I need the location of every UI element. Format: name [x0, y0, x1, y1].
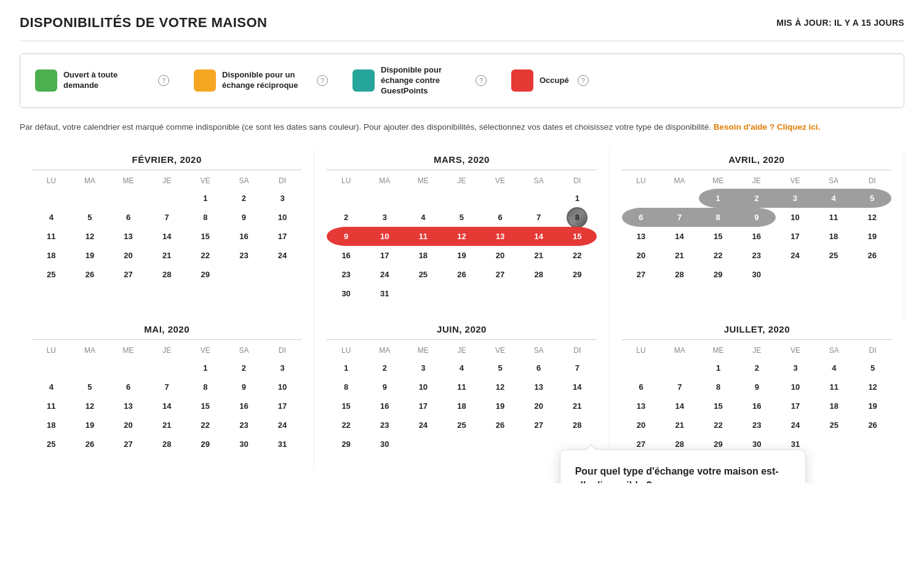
legend-help-icon[interactable]: ? [317, 75, 328, 86]
day-cell[interactable]: 7 [148, 208, 186, 227]
day-cell[interactable]: 9 [225, 208, 263, 227]
day-cell[interactable]: 6 [622, 377, 661, 397]
day-cell[interactable]: 11 [814, 377, 853, 397]
day-cell[interactable]: 19 [853, 227, 891, 246]
day-cell[interactable]: 11 [404, 227, 443, 246]
day-cell[interactable]: 2 [225, 358, 263, 377]
day-cell[interactable]: 3 [776, 358, 815, 377]
day-cell[interactable]: 3 [776, 189, 814, 208]
day-cell[interactable]: 9 [738, 208, 776, 227]
day-cell[interactable]: 20 [519, 397, 558, 416]
day-cell[interactable]: 19 [481, 397, 520, 416]
day-cell[interactable]: 5 [71, 377, 110, 397]
day-cell[interactable]: 3 [404, 358, 443, 377]
day-cell[interactable]: 9 [225, 377, 263, 397]
day-cell[interactable]: 4 [32, 377, 71, 397]
day-cell[interactable]: 22 [186, 246, 225, 265]
day-cell[interactable]: 27 [481, 265, 520, 284]
day-cell[interactable]: 24 [263, 416, 302, 435]
day-cell[interactable]: 25 [32, 265, 71, 284]
day-cell[interactable]: 11 [32, 227, 71, 246]
day-cell[interactable]: 31 [365, 284, 404, 303]
day-cell[interactable]: 26 [71, 265, 110, 284]
day-cell[interactable]: 8 [699, 377, 738, 397]
day-cell[interactable]: 17 [776, 397, 815, 416]
help-link[interactable]: Besoin d'aide ? Cliquez ici. [714, 122, 821, 132]
day-cell[interactable]: 15 [699, 227, 738, 246]
day-cell[interactable]: 15 [186, 397, 225, 416]
day-cell[interactable]: 17 [263, 397, 302, 416]
day-cell[interactable]: 8 [327, 377, 365, 397]
day-cell[interactable]: 12 [442, 227, 481, 246]
day-cell[interactable]: 7 [519, 208, 558, 227]
day-cell[interactable]: 5 [853, 189, 891, 208]
day-cell[interactable]: 22 [186, 416, 225, 435]
legend-help-icon[interactable]: ? [158, 75, 169, 86]
day-cell[interactable]: 16 [365, 397, 404, 416]
day-cell[interactable]: 23 [365, 416, 404, 435]
day-cell[interactable]: 23 [327, 265, 365, 284]
day-cell[interactable]: 15 [327, 397, 365, 416]
day-cell[interactable]: 23 [738, 246, 776, 265]
day-cell[interactable]: 21 [148, 416, 186, 435]
day-cell[interactable]: 27 [622, 265, 661, 284]
day-cell[interactable]: 19 [71, 246, 110, 265]
day-cell[interactable]: 21 [660, 246, 699, 265]
day-cell[interactable]: 19 [71, 416, 110, 435]
day-cell[interactable]: 18 [404, 246, 443, 265]
day-cell[interactable]: 23 [738, 416, 776, 435]
day-cell[interactable]: 23 [225, 416, 263, 435]
day-cell[interactable]: 2 [327, 208, 365, 227]
day-cell[interactable]: 11 [814, 208, 853, 227]
day-cell[interactable]: 25 [404, 265, 443, 284]
day-cell[interactable]: 16 [327, 246, 365, 265]
day-cell[interactable]: 30 [225, 435, 263, 454]
day-cell[interactable]: 31 [263, 435, 302, 454]
day-cell[interactable]: 26 [442, 265, 481, 284]
day-cell[interactable]: 12 [853, 377, 892, 397]
day-cell[interactable]: 22 [699, 246, 738, 265]
day-cell[interactable]: 26 [853, 416, 892, 435]
day-cell[interactable]: 11 [32, 397, 71, 416]
day-cell[interactable]: 12 [853, 208, 891, 227]
day-cell[interactable]: 24 [776, 416, 815, 435]
day-cell[interactable]: 27 [109, 435, 148, 454]
day-cell[interactable]: 10 [263, 208, 302, 227]
day-cell[interactable]: 24 [365, 265, 404, 284]
day-cell[interactable]: 3 [365, 208, 404, 227]
day-cell[interactable]: 7 [558, 358, 597, 377]
day-cell[interactable]: 17 [263, 227, 302, 246]
day-cell[interactable]: 5 [71, 208, 110, 227]
day-cell[interactable]: 4 [814, 358, 853, 377]
day-cell[interactable]: 13 [622, 227, 661, 246]
day-cell[interactable]: 21 [148, 246, 186, 265]
day-cell[interactable]: 15 [558, 227, 597, 246]
day-cell[interactable]: 28 [660, 265, 699, 284]
day-cell[interactable]: 29 [186, 435, 225, 454]
day-cell[interactable]: 2 [365, 358, 404, 377]
day-cell[interactable]: 9 [365, 377, 404, 397]
day-cell[interactable]: 9 [327, 227, 365, 246]
day-cell[interactable]: 8 [699, 208, 738, 227]
day-cell[interactable]: 13 [481, 227, 520, 246]
day-cell[interactable]: 20 [481, 246, 520, 265]
day-cell[interactable]: 16 [738, 227, 776, 246]
day-cell[interactable]: 6 [481, 208, 520, 227]
day-cell[interactable]: 10 [263, 377, 302, 397]
day-cell[interactable]: 5 [481, 358, 520, 377]
day-cell[interactable]: 16 [738, 397, 776, 416]
day-cell[interactable]: 8 [186, 208, 225, 227]
day-cell[interactable]: 26 [481, 416, 520, 435]
day-cell[interactable]: 26 [71, 435, 110, 454]
day-cell[interactable]: 19 [442, 246, 481, 265]
day-cell[interactable]: 25 [814, 416, 853, 435]
day-cell[interactable]: 26 [853, 246, 891, 265]
day-cell[interactable]: 15 [186, 227, 225, 246]
day-cell[interactable]: 8 [558, 208, 597, 227]
day-cell[interactable]: 8 [186, 377, 225, 397]
day-cell[interactable]: 30 [365, 435, 404, 454]
day-cell[interactable]: 22 [558, 246, 597, 265]
day-cell[interactable]: 3 [263, 189, 302, 208]
day-cell[interactable]: 9 [738, 377, 776, 397]
day-cell[interactable]: 30 [738, 265, 776, 284]
